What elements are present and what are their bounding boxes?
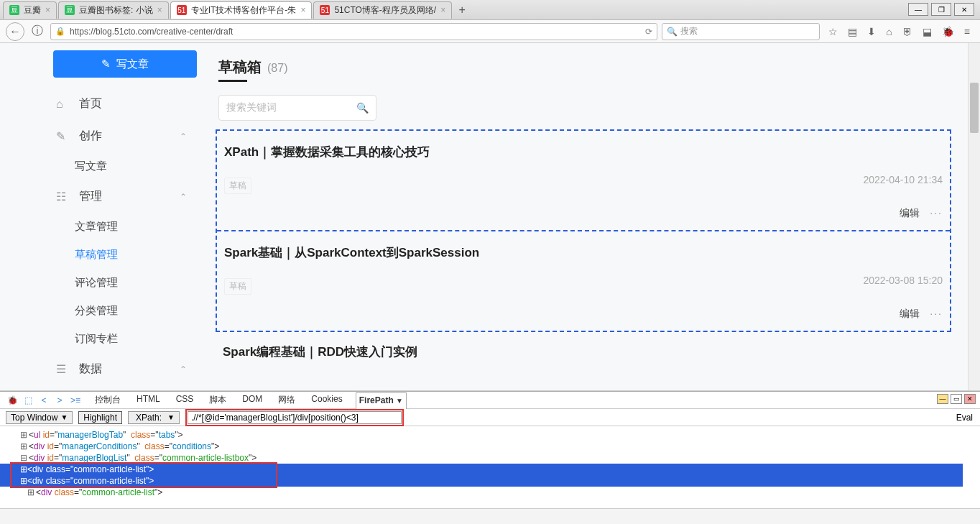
window-close[interactable]: ✕: [954, 3, 974, 16]
lock-icon: 🔒: [55, 27, 65, 36]
xpath-input[interactable]: [188, 411, 402, 424]
tree-line[interactable]: ⊞<div class="common-article-list">: [20, 487, 980, 497]
sidebar-sub-subscribe[interactable]: 订阅专栏: [0, 325, 216, 353]
tab-close-icon[interactable]: ×: [45, 5, 50, 15]
home-icon: ⌂: [56, 98, 69, 111]
main-content: 草稿箱 (87) 搜索关键词 🔍 XPath｜掌握数据采集工具的核心技巧 202…: [216, 43, 980, 390]
sidebar-item-home[interactable]: ⌂ 首页: [0, 88, 216, 120]
bug-icon[interactable]: 🐞: [942, 26, 954, 37]
sidebar-item-data[interactable]: ☰ 数据 ⌃: [0, 353, 216, 385]
article-item[interactable]: XPath｜掌握数据采集工具的核心技巧 2022-04-10 21:34 草稿 …: [217, 131, 950, 230]
article-item[interactable]: Spark基础｜从SparkContext到SparkSession 2022-…: [217, 230, 950, 331]
library-icon[interactable]: ▤: [848, 26, 857, 37]
page-title: 草稿箱: [218, 58, 262, 77]
sidebar-sub-categories[interactable]: 分类管理: [0, 297, 216, 325]
expand-icon[interactable]: ⊞: [20, 441, 29, 452]
shield-icon[interactable]: ⛨: [902, 26, 912, 37]
expand-icon[interactable]: ⊞: [20, 429, 29, 441]
info-icon[interactable]: ⓘ: [29, 23, 46, 40]
scrollbar-thumb[interactable]: [970, 83, 979, 133]
search-placeholder: 搜索: [680, 25, 698, 37]
dt-tab-css[interactable]: CSS: [173, 392, 197, 408]
sidebar-sub-drafts[interactable]: 草稿管理: [0, 241, 216, 269]
download-icon[interactable]: ⬇: [867, 26, 876, 37]
sidebar-icon[interactable]: ⬓: [923, 26, 932, 37]
tree-line[interactable]: ⊞<div id="managerConditions" class="cond…: [20, 441, 980, 452]
dom-tree[interactable]: ⊞<ul id="managerBlogTab" class="tabs"> ⊞…: [0, 426, 980, 497]
devtools-close[interactable]: ✕: [964, 394, 976, 404]
dt-tab-net[interactable]: 网络: [275, 392, 298, 408]
write-article-button[interactable]: ✎ 写文章: [53, 50, 197, 78]
url-input[interactable]: 🔒 https://blog.51cto.com/creative-center…: [50, 23, 657, 40]
eval-button[interactable]: Eval: [956, 413, 973, 423]
menu-icon[interactable]: ≡: [964, 26, 970, 37]
article-title: Spark基础｜从SparkContext到SparkSession: [224, 244, 943, 261]
tree-line[interactable]: ⊞<ul id="managerBlogTab" class="tabs">: [20, 429, 980, 441]
edit-link[interactable]: 编辑: [900, 308, 920, 319]
favicon: 豆: [9, 5, 19, 15]
dropdown-arrow-icon: ▼: [60, 413, 68, 421]
window-minimize[interactable]: —: [908, 3, 928, 16]
browser-tab-1[interactable]: 豆 豆瓣图书标签: 小说 ×: [58, 1, 169, 19]
sidebar-sub-comments[interactable]: 评论管理: [0, 269, 216, 297]
devtools-minimize[interactable]: —: [937, 394, 948, 404]
more-icon[interactable]: ···: [930, 308, 943, 319]
browser-tab-0[interactable]: 豆 豆瓣 ×: [3, 1, 57, 19]
tree-line[interactable]: ⊟<div id="managerBlogList" class="common…: [20, 452, 980, 464]
dt-tab-firepath[interactable]: FirePath ▼: [356, 392, 407, 409]
browser-tab-3[interactable]: 51 51CTO博客-程序员及网络/ ×: [313, 1, 452, 19]
write-btn-label: 写文章: [116, 58, 149, 71]
sidebar-item-create[interactable]: ✎ 创作 ⌃: [0, 120, 216, 152]
top-window-dropdown[interactable]: Top Window ▼: [6, 411, 73, 424]
tree-line-selected[interactable]: ⊞<div class="common-article-list">: [0, 475, 963, 487]
expand-icon[interactable]: ⊞: [27, 487, 36, 497]
tab-title: 豆瓣图书标签: 小说: [79, 4, 153, 17]
next-icon[interactable]: >: [53, 395, 66, 405]
page-scrollbar[interactable]: [968, 43, 980, 390]
browser-search-input[interactable]: 🔍 搜索: [662, 23, 820, 40]
dt-tab-cookies[interactable]: Cookies: [308, 392, 345, 408]
more-icon[interactable]: ···: [930, 207, 943, 219]
new-tab-button[interactable]: +: [453, 4, 471, 17]
tag: ul: [34, 430, 40, 440]
edit-link[interactable]: 编辑: [900, 207, 920, 219]
sidebar-sub-write[interactable]: 写文章: [0, 152, 216, 180]
tab-close-icon[interactable]: ×: [300, 5, 305, 15]
home-icon[interactable]: ⌂: [886, 26, 892, 37]
tab-close-icon[interactable]: ×: [440, 5, 445, 15]
collapse-icon[interactable]: ⊟: [20, 452, 29, 464]
devtools-tabs: 控制台 HTML CSS 脚本 DOM 网络 Cookies FirePath …: [92, 392, 407, 408]
xpath-dropdown[interactable]: XPath: ▼: [128, 411, 180, 424]
dt-tab-html[interactable]: HTML: [134, 392, 163, 408]
tab-close-icon[interactable]: ×: [157, 5, 162, 15]
devtools-status-inner: [0, 508, 980, 524]
highlighted-articles: XPath｜掌握数据采集工具的核心技巧 2022-04-10 21:34 草稿 …: [216, 129, 951, 332]
prev-icon[interactable]: <: [37, 395, 50, 405]
page-content: ✎ 写文章 ⌂ 首页 ✎ 创作 ⌃ 写文章 ☷ 管理 ⌃ 文章管理 草稿管理 评…: [0, 43, 980, 391]
highlight-button[interactable]: Highlight: [78, 411, 122, 424]
bookmark-icon[interactable]: ☆: [828, 26, 838, 37]
sidebar-label: 首页: [79, 96, 102, 111]
window-maximize[interactable]: ❐: [931, 3, 951, 16]
dt-tab-console[interactable]: 控制台: [92, 392, 124, 408]
console-icon[interactable]: >≡: [69, 395, 82, 405]
tree-line-selected[interactable]: ⊞<div class="common-article-list">: [0, 464, 963, 475]
search-drafts-input[interactable]: 搜索关键词 🔍: [218, 95, 376, 121]
dt-tab-script[interactable]: 脚本: [206, 392, 229, 408]
firebug-icon[interactable]: 🐞: [6, 395, 19, 405]
expand-icon[interactable]: ⊞: [20, 464, 27, 474]
reload-icon[interactable]: ⟳: [645, 27, 652, 37]
sidebar-sub-articles[interactable]: 文章管理: [0, 213, 216, 241]
inspect-icon[interactable]: ⬚: [22, 395, 34, 405]
tag: div: [34, 453, 45, 463]
devtools-popout[interactable]: ▭: [951, 394, 962, 404]
title-underline: [218, 80, 247, 82]
sidebar-item-manage[interactable]: ☷ 管理 ⌃: [0, 180, 216, 213]
dt-tab-dom[interactable]: DOM: [239, 392, 265, 408]
back-button[interactable]: ←: [6, 22, 24, 41]
expand-icon[interactable]: ⊞: [20, 476, 27, 486]
sidebar: ✎ 写文章 ⌂ 首页 ✎ 创作 ⌃ 写文章 ☷ 管理 ⌃ 文章管理 草稿管理 评…: [0, 43, 216, 390]
drafts-count: (87): [267, 62, 287, 75]
val: managerBlogTab: [57, 430, 123, 440]
browser-tab-2[interactable]: 51 专业IT技术博客创作平台-朱 ×: [170, 1, 313, 19]
